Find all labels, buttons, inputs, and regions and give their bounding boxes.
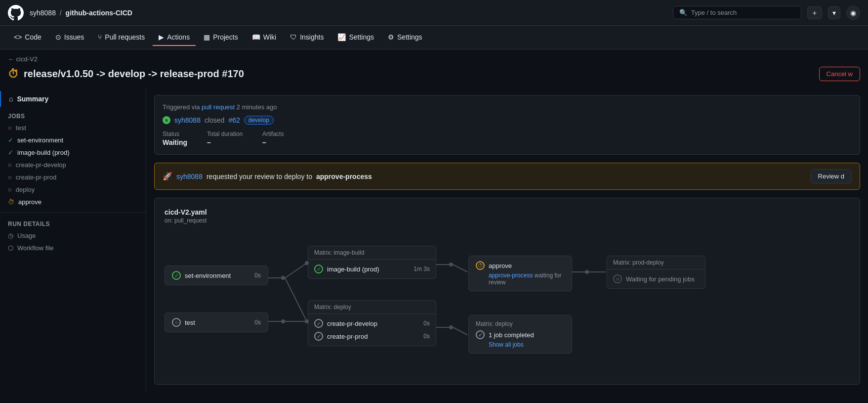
approve-node-label: approve bbox=[489, 262, 512, 269]
create-pr-prod-node[interactable]: ✓ create-pr-prod 0s bbox=[314, 332, 430, 341]
main-layout: ⌂ Summary Jobs ○ test ✓ set-environment … bbox=[0, 87, 868, 393]
set-env-node[interactable]: ✓ set-environment 0s bbox=[165, 266, 268, 285]
nav-code[interactable]: <> Code bbox=[8, 29, 47, 46]
run-info-box: Triggered via pull request 2 minutes ago… bbox=[154, 95, 860, 155]
sidebar-item-image-build[interactable]: ✓ image-build (prod) bbox=[0, 146, 146, 159]
svg-line-2 bbox=[285, 263, 307, 278]
top-nav: syh8088 / github-actions-CICD 🔍 Type / t… bbox=[0, 0, 868, 26]
search-icon: 🔍 bbox=[679, 9, 687, 16]
create-pr-prod-node-icon: ✓ bbox=[314, 332, 323, 341]
sidebar-item-approve[interactable]: ⏱ approve bbox=[0, 196, 146, 208]
approve-node[interactable]: ⏱ approve approve-process waiting for re… bbox=[468, 256, 572, 291]
nav-issues[interactable]: ⊙ Issues bbox=[49, 29, 90, 46]
trigger-link[interactable]: pull request bbox=[202, 103, 235, 111]
workflow-title-text: release/v1.0.50 -> develop -> release-pr… bbox=[24, 68, 244, 80]
sidebar-item-workflow-file[interactable]: ⬡ Workflow file bbox=[0, 242, 146, 254]
graph-file-name: cicd-V2.yaml bbox=[165, 208, 850, 216]
nav-pull-requests[interactable]: ⑂ Pull requests bbox=[92, 29, 151, 46]
graph-trigger: on: pull_request bbox=[165, 217, 850, 224]
image-build-node-icon: ✓ bbox=[314, 265, 323, 273]
user-avatar: s bbox=[163, 116, 170, 124]
svg-point-17 bbox=[449, 325, 453, 329]
sidebar-item-create-pr-prod[interactable]: ○ create-pr-prod bbox=[0, 171, 146, 183]
workflow-title: ⏱ release/v1.0.50 -> develop -> release-… bbox=[8, 68, 244, 81]
create-pr-prod-status-icon: ○ bbox=[8, 174, 12, 181]
svg-line-12 bbox=[453, 265, 467, 272]
nav-settings[interactable]: ⚙ Settings bbox=[382, 29, 428, 46]
create-pr-prod-label: create-pr-prod bbox=[16, 174, 56, 181]
sidebar-item-set-environment[interactable]: ✓ set-environment bbox=[0, 134, 146, 146]
create-pr-develop-label: create-pr-develop bbox=[16, 161, 66, 169]
sidebar-summary[interactable]: ⌂ Summary bbox=[0, 91, 146, 107]
trigger-pr-link[interactable]: #62 bbox=[228, 116, 240, 124]
search-bar[interactable]: 🔍 Type / to search bbox=[673, 6, 801, 19]
approve-process-link[interactable]: approve-process bbox=[489, 272, 533, 279]
duration-info: Total duration – bbox=[207, 131, 243, 146]
deploy-complete-label: 1 job completed bbox=[489, 331, 534, 339]
graph-container: ✓ set-environment 0s ○ test 0s Matrix: i… bbox=[165, 236, 850, 374]
review-process-link[interactable]: approve-process bbox=[316, 173, 372, 180]
search-placeholder: Type / to search bbox=[691, 9, 737, 16]
set-env-label: set-environment bbox=[17, 136, 63, 144]
notification-icon[interactable]: ◉ bbox=[846, 6, 860, 20]
settings-icon: ⚙ bbox=[388, 33, 394, 41]
image-build-label: image-build (prod) bbox=[17, 149, 70, 156]
test-node-label: test bbox=[185, 319, 195, 326]
artifacts-info: Artifacts – bbox=[262, 131, 284, 146]
approve-label: approve bbox=[18, 198, 41, 206]
create-pr-develop-status-icon: ○ bbox=[8, 161, 12, 169]
dropdown-button[interactable]: ▾ bbox=[828, 6, 840, 19]
nav-insights[interactable]: 📈 Settings bbox=[331, 29, 380, 46]
svg-point-11 bbox=[449, 263, 453, 267]
show-all-jobs-link[interactable]: Show all jobs bbox=[476, 341, 565, 348]
pending-node: ○ Waiting for pending jobs bbox=[613, 274, 699, 283]
plus-button[interactable]: + bbox=[807, 6, 822, 19]
nav-projects[interactable]: ▦ Projects bbox=[198, 29, 244, 46]
nav-wiki[interactable]: 📖 Wiki bbox=[246, 29, 282, 46]
code-icon: <> bbox=[14, 33, 22, 41]
run-details-section-label: Run details bbox=[0, 217, 146, 229]
approve-status-icon: ⏱ bbox=[8, 198, 14, 206]
test-node[interactable]: ○ test 0s bbox=[165, 313, 268, 332]
insights-icon: 📈 bbox=[337, 33, 346, 41]
status-value: Waiting bbox=[163, 138, 187, 146]
branch-badge[interactable]: develop bbox=[244, 116, 274, 125]
sidebar-item-usage[interactable]: ◷ Usage bbox=[0, 229, 146, 242]
set-env-node-time: 0s bbox=[254, 272, 261, 279]
status-info: Status Waiting bbox=[163, 131, 187, 146]
cancel-button[interactable]: Cancel w bbox=[819, 67, 860, 81]
repo-nav: <> Code ⊙ Issues ⑂ Pull requests ▶ Actio… bbox=[0, 26, 868, 49]
sidebar: ⌂ Summary Jobs ○ test ✓ set-environment … bbox=[0, 87, 146, 393]
create-pr-prod-node-time: 0s bbox=[423, 333, 430, 340]
test-label: test bbox=[16, 124, 26, 132]
image-build-node[interactable]: ✓ image-build (prod) 1m 3s bbox=[314, 265, 430, 273]
create-pr-develop-node-time: 0s bbox=[423, 320, 430, 327]
artifacts-value: – bbox=[262, 138, 284, 146]
issues-icon: ⊙ bbox=[55, 33, 61, 41]
sidebar-item-create-pr-develop[interactable]: ○ create-pr-develop bbox=[0, 159, 146, 171]
create-pr-develop-node[interactable]: ✓ create-pr-develop 0s bbox=[314, 319, 430, 328]
svg-point-1 bbox=[281, 276, 285, 280]
nav-actions[interactable]: ▶ Actions bbox=[153, 29, 196, 46]
repo-owner[interactable]: syh8088 bbox=[30, 9, 56, 17]
actions-play-icon: ▶ bbox=[159, 33, 164, 41]
sidebar-item-deploy[interactable]: ○ deploy bbox=[0, 183, 146, 196]
review-user-link[interactable]: syh8088 bbox=[176, 173, 203, 180]
sidebar-item-test[interactable]: ○ test bbox=[0, 122, 146, 134]
set-env-node-label: set-environment bbox=[185, 272, 231, 279]
repo-name[interactable]: github-actions-CICD bbox=[66, 9, 132, 17]
github-logo-icon[interactable] bbox=[8, 5, 24, 21]
review-button[interactable]: Review d bbox=[811, 169, 852, 183]
prod-deploy-matrix-header: Matrix: prod-deploy bbox=[607, 256, 705, 269]
workflow-status-icon: ⏱ bbox=[8, 68, 19, 81]
summary-label: Summary bbox=[17, 95, 48, 103]
breadcrumb[interactable]: ← cicd-V2 bbox=[8, 55, 860, 63]
usage-label: Usage bbox=[17, 232, 36, 239]
pull-requests-icon: ⑂ bbox=[98, 33, 102, 41]
trigger-user[interactable]: syh8088 bbox=[174, 116, 201, 124]
set-env-node-icon: ✓ bbox=[172, 271, 181, 280]
usage-icon: ◷ bbox=[8, 232, 13, 239]
nav-security[interactable]: 🛡 Insights bbox=[284, 29, 330, 46]
duration-label: Total duration bbox=[207, 131, 243, 137]
jobs-section-label: Jobs bbox=[0, 107, 146, 122]
